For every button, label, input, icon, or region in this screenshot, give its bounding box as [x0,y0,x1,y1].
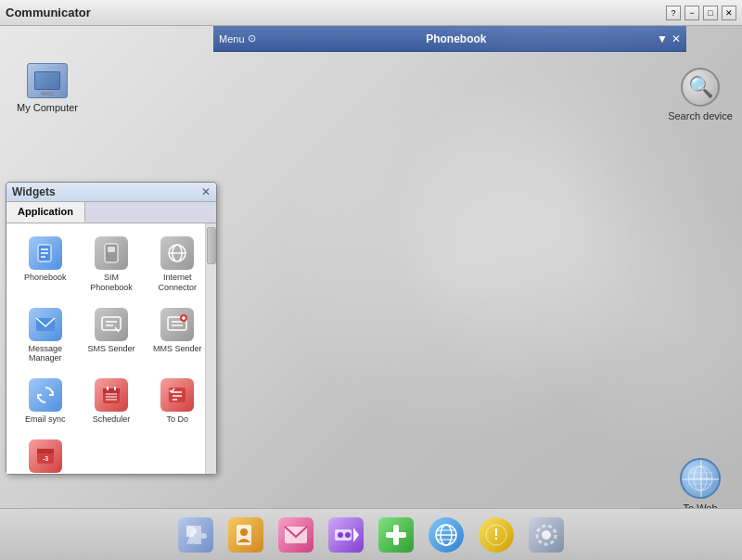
bg-decoration-2 [538,189,742,467]
widget-scheduler[interactable]: Scheduler [82,375,140,428]
mms-sender-icon [160,308,194,341]
search-device-button[interactable]: 🔍 Search device [668,68,733,121]
to-web-button[interactable]: To Web [668,458,733,514]
svg-rect-38 [37,449,54,453]
message-manager-label: Message Manager [19,344,70,364]
title-bar: Communicator ? − □ ✕ [0,0,742,26]
phonebook-controls: ▼ ✕ [657,32,681,45]
widgets-close-button[interactable]: ✕ [201,185,211,198]
internet-connector-icon [160,236,194,270]
todo-label: To Do [167,414,189,425]
svg-rect-48 [386,532,406,538]
sms-sender-label: SMS Sender [87,344,134,354]
widget-todo[interactable]: To Do [148,375,207,428]
widget-sim-phonebook[interactable]: SIM Phonebook [82,233,140,297]
contacts-icon [228,517,263,553]
puzzle-icon [178,517,213,553]
taskbar-media-button[interactable] [325,514,367,556]
todo-icon [160,378,194,412]
maximize-button[interactable]: □ [703,6,718,20]
taskbar-web-button[interactable] [425,514,467,556]
svg-text:-3: -3 [43,455,48,462]
widget-phonebook[interactable]: Phonebook [16,233,74,297]
gear-icon [529,517,564,553]
minimize-button[interactable]: − [684,6,699,20]
widget-message-manager[interactable]: Message Manager [16,304,74,368]
taskbar-health-button[interactable] [375,514,417,556]
taskbar-contacts-button[interactable] [224,514,267,556]
alert-icon: ! [479,517,514,553]
scheduler-icon [95,378,128,412]
mms-sender-label: MMS Sender [153,344,202,354]
bg-decoration-1 [278,72,649,443]
widgets-content: Phonebook SIM Phonebook [6,223,216,474]
search-icon: 🔍 [681,68,720,107]
main-area: Menu ⊙ Phonebook ▼ ✕ My Computer 🔍 Searc… [0,26,742,560]
phonebook-menu-label: Menu [219,33,245,45]
media-icon [328,517,364,553]
email-sync-label: Email sync [25,414,66,425]
svg-point-1 [694,466,707,490]
svg-marker-44 [353,528,359,542]
internet-connector-label: Internet Connector [152,273,203,293]
svg-point-41 [240,528,248,536]
widget-email-sync[interactable]: Email sync [16,375,74,428]
web-icon [429,517,464,553]
messages-icon [278,517,313,553]
svg-point-46 [345,532,351,538]
svg-rect-27 [103,388,120,393]
widgets-title: Widgets [12,185,56,198]
phonebook-menu[interactable]: Menu ⊙ [219,32,256,45]
widgets-scrollbar[interactable] [205,223,216,474]
widget-mms-sender[interactable]: MMS Sender [148,304,207,368]
my-computer-icon[interactable]: My Computer [15,63,80,113]
svg-rect-17 [102,317,121,330]
taskbar-settings-button[interactable] [525,514,568,556]
my-computer-label: My Computer [17,102,78,113]
widget-internet-connector[interactable]: Internet Connector [148,233,207,297]
taskbar: ! [0,508,742,560]
phonebook-menu-arrow: ⊙ [248,32,256,45]
phonebook-title: Phonebook [426,32,486,45]
widgets-tabs: Application [6,202,216,223]
computer-icon-image [27,63,68,98]
svg-point-56 [542,530,551,540]
health-icon [378,517,414,553]
phonebook-close-button[interactable]: ✕ [672,32,681,45]
taskbar-widgets-button[interactable] [174,514,217,556]
taskbar-alert-button[interactable]: ! [475,514,518,556]
widget-dday[interactable]: -3 D-Day [16,436,74,474]
phonebook-filter-button[interactable]: ▼ [657,32,668,45]
close-button[interactable]: ✕ [722,6,736,20]
title-bar-left: Communicator [6,6,91,19]
tab-application[interactable]: Application [6,202,85,223]
phonebook-widget-icon [29,236,62,270]
sim-phonebook-label: SIM Phonebook [85,273,136,293]
title-bar-controls: ? − □ ✕ [666,6,736,20]
svg-point-0 [688,466,712,490]
scrollbar-thumb[interactable] [207,227,216,264]
taskbar-messages-button[interactable] [275,514,317,556]
help-button[interactable]: ? [666,6,681,20]
widgets-panel: Widgets ✕ Application [6,182,217,475]
svg-point-45 [338,532,343,538]
search-device-label: Search device [668,110,733,121]
sms-sender-icon [95,308,128,341]
dday-icon: -3 [29,439,62,473]
svg-text:!: ! [493,527,498,542]
globe-svg [686,465,714,492]
phonebook-bar: Menu ⊙ Phonebook ▼ ✕ [213,26,686,52]
sim-phonebook-widget-icon [95,236,128,270]
monitor-screen [34,71,60,90]
widget-grid: Phonebook SIM Phonebook [12,229,211,474]
svg-rect-12 [108,247,115,252]
globe-icon [680,458,721,499]
scheduler-label: Scheduler [93,414,131,425]
message-manager-icon [29,308,62,341]
app-title: Communicator [6,6,91,19]
phonebook-widget-label: Phonebook [24,273,67,283]
email-sync-icon [29,378,62,412]
widgets-header: Widgets ✕ [6,183,216,202]
monitor-base [41,92,54,95]
widget-sms-sender[interactable]: SMS Sender [82,304,140,368]
